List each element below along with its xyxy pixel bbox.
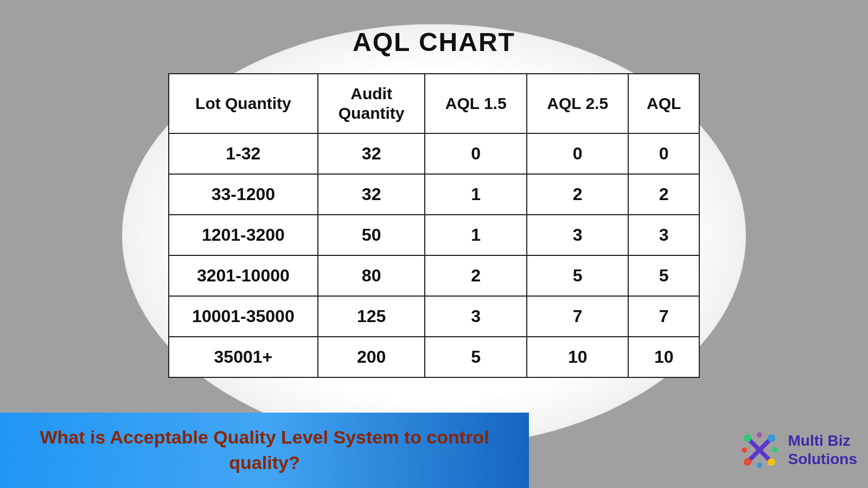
svg-point-5	[768, 458, 775, 466]
col-header-audit-qty: AuditQuantity	[318, 74, 425, 133]
banner-line2: quality?	[229, 452, 299, 473]
col-header-aql15: AQL 1.5	[425, 74, 527, 133]
table-row: 33-120032122	[169, 174, 699, 215]
cell-aql15: 3	[425, 296, 527, 337]
cell-aql25: 0	[527, 133, 629, 174]
cell-lot-qty: 1201-3200	[169, 215, 318, 255]
svg-point-2	[744, 434, 751, 442]
cell-lot-qty: 3201-10000	[169, 255, 318, 296]
table-row: 35001+20051010	[169, 337, 699, 377]
cell-aql4: 0	[628, 133, 699, 174]
chart-title: AQL CHART	[353, 27, 515, 57]
cell-lot-qty: 33-1200	[169, 174, 318, 215]
cell-aql15: 2	[425, 255, 527, 296]
logo-line2: Solutions	[788, 451, 857, 467]
svg-point-6	[757, 432, 762, 438]
cell-aql25: 7	[527, 296, 629, 337]
cell-aql15: 5	[425, 337, 527, 377]
cell-aql4: 3	[628, 215, 699, 255]
col-header-aql25: AQL 2.5	[527, 74, 629, 133]
table-row: 1201-320050133	[169, 215, 699, 255]
svg-point-7	[772, 447, 777, 453]
aql-table: Lot Quantity AuditQuantity AQL 1.5 AQL 2…	[168, 73, 700, 378]
chart-container: AQL CHART Lot Quantity AuditQuantity AQL…	[136, 27, 732, 378]
svg-point-9	[742, 447, 747, 453]
logo-line1: Multi Biz	[788, 432, 850, 449]
cell-aql4: 2	[628, 174, 699, 215]
cell-audit-qty: 125	[318, 296, 425, 337]
col-header-aql4: AQL	[628, 74, 699, 133]
cell-audit-qty: 80	[318, 255, 425, 296]
cell-audit-qty: 200	[318, 337, 425, 377]
cell-lot-qty: 35001+	[169, 337, 318, 377]
table-row: 3201-1000080255	[169, 255, 699, 296]
cell-audit-qty: 32	[318, 174, 425, 215]
cell-aql4: 5	[628, 255, 699, 296]
cell-lot-qty: 1-32	[169, 133, 318, 174]
table-row: 1-3232000	[169, 133, 699, 174]
cell-audit-qty: 32	[318, 133, 425, 174]
cell-aql4: 7	[628, 296, 699, 337]
cell-lot-qty: 10001-35000	[169, 296, 318, 337]
table-header-row: Lot Quantity AuditQuantity AQL 1.5 AQL 2…	[169, 74, 699, 133]
cell-aql25: 5	[527, 255, 629, 296]
logo-area: Multi Biz Solutions	[738, 428, 857, 472]
company-name: Multi Biz Solutions	[788, 432, 857, 468]
company-logo-icon	[738, 428, 781, 472]
cell-audit-qty: 50	[318, 215, 425, 255]
cell-aql4: 10	[628, 337, 699, 377]
bottom-banner: What is Acceptable Quality Level System …	[0, 413, 529, 488]
cell-aql25: 2	[527, 174, 629, 215]
svg-point-4	[744, 458, 751, 466]
banner-text: What is Acceptable Quality Level System …	[22, 425, 507, 476]
cell-aql15: 1	[425, 215, 527, 255]
table-row: 10001-35000125377	[169, 296, 699, 337]
cell-aql15: 1	[425, 174, 527, 215]
cell-aql15: 0	[425, 133, 527, 174]
banner-line1: What is Acceptable Quality Level System …	[40, 427, 489, 447]
svg-point-3	[768, 434, 775, 442]
cell-aql25: 10	[527, 337, 629, 377]
col-header-lot-qty: Lot Quantity	[169, 74, 318, 133]
cell-aql25: 3	[527, 215, 629, 255]
svg-point-8	[757, 463, 762, 468]
